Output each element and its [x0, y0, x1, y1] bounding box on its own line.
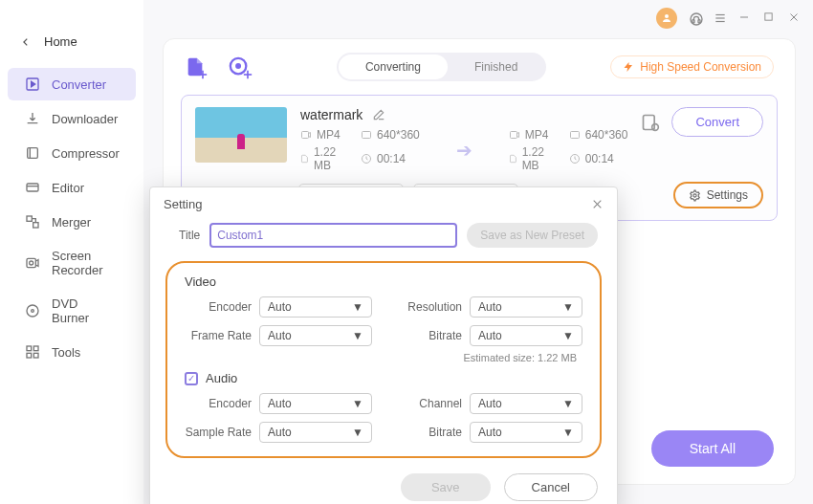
sidebar-item-label: Merger [52, 215, 91, 230]
sidebar-item-label: Tools [52, 345, 80, 360]
gear-icon [689, 189, 701, 202]
chevron-left-icon [21, 35, 31, 49]
sidebar-item-label: Screen Recorder [52, 249, 119, 277]
svg-rect-36 [510, 132, 516, 139]
output-format-button[interactable] [641, 113, 660, 132]
audio-samplerate-select[interactable]: Auto▼ [259, 422, 372, 443]
svg-rect-37 [570, 132, 579, 139]
svg-rect-25 [27, 353, 32, 358]
task-title: watermark [300, 107, 363, 122]
sidebar-item-label: Converter [52, 77, 106, 92]
video-resolution-select[interactable]: Auto▼ [470, 296, 582, 318]
svg-point-30 [236, 64, 240, 68]
video-icon [300, 129, 312, 141]
svg-point-20 [30, 261, 33, 265]
settings-modal: Setting Title Save as New Preset Video E… [149, 186, 618, 504]
add-file-button[interactable] [185, 56, 206, 77]
dvd-icon [25, 303, 40, 318]
resolution-icon [361, 129, 372, 141]
sidebar-item-editor[interactable]: Editor [8, 171, 136, 204]
sidebar-item-label: Downloader [52, 112, 118, 126]
close-button[interactable] [788, 11, 802, 25]
audio-enable-checkbox[interactable]: ✓ [185, 372, 198, 385]
sidebar-item-converter[interactable]: Converter [8, 68, 136, 100]
svg-rect-26 [33, 353, 38, 358]
sidebar-item-tools[interactable]: Tools [8, 336, 136, 368]
modal-close-button[interactable] [591, 198, 604, 210]
sidebar-item-label: Editor [52, 181, 84, 195]
target-specs: MP4 640*360 1.22 MB 00:14 [509, 128, 628, 172]
sidebar-item-downloader[interactable]: Downloader [8, 102, 136, 135]
source-specs: MP4 640*360 1.22 MB 00:14 [300, 128, 420, 172]
modal-title: Setting [164, 197, 202, 211]
video-section-title: Video [185, 274, 582, 289]
sidebar-item-label: Compressor [52, 146, 120, 161]
svg-point-0 [665, 14, 669, 18]
high-speed-badge[interactable]: High Speed Conversion [610, 55, 774, 78]
minimize-button[interactable] [738, 11, 752, 25]
svg-rect-13 [28, 148, 38, 159]
recorder-icon [25, 255, 40, 271]
svg-rect-2 [692, 20, 694, 23]
svg-rect-18 [33, 223, 38, 228]
svg-rect-3 [698, 20, 700, 23]
svg-marker-12 [32, 81, 35, 86]
svg-rect-8 [765, 13, 772, 20]
svg-rect-19 [27, 258, 35, 267]
tab-finished[interactable]: Finished [448, 55, 544, 79]
sidebar-item-compressor[interactable]: Compressor [8, 137, 136, 169]
audio-encoder-select[interactable]: Auto▼ [259, 393, 372, 414]
home-link[interactable]: Home [0, 27, 143, 66]
status-tabs: Converting Finished [337, 53, 546, 81]
lightning-icon [623, 61, 634, 73]
video-encoder-select[interactable]: Auto▼ [259, 296, 372, 318]
modal-save-button[interactable]: Save [401, 473, 491, 501]
arrow-icon: ➔ [456, 139, 472, 162]
svg-rect-24 [33, 346, 38, 351]
add-disc-button[interactable] [229, 56, 250, 77]
merger-icon [25, 214, 40, 230]
sidebar-item-screen-recorder[interactable]: Screen Recorder [8, 240, 136, 286]
svg-rect-34 [363, 132, 371, 139]
maximize-button[interactable] [763, 11, 777, 25]
menu-icon[interactable] [714, 11, 727, 25]
clock-icon [361, 153, 372, 164]
audio-channel-select[interactable]: Auto▼ [470, 393, 582, 414]
converter-icon [25, 77, 40, 92]
sidebar-item-dvd-burner[interactable]: DVD Burner [8, 288, 136, 334]
settings-button[interactable]: Settings [673, 182, 763, 208]
compressor-icon [25, 145, 40, 161]
high-speed-label: High Speed Conversion [640, 60, 761, 74]
svg-point-48 [693, 193, 696, 196]
estimated-size: Estimated size: 1.22 MB [395, 352, 582, 363]
preset-title-input[interactable] [209, 223, 457, 248]
support-icon[interactable] [689, 11, 702, 25]
downloader-icon [25, 111, 40, 126]
editor-icon [25, 180, 40, 195]
sidebar-item-label: DVD Burner [52, 296, 119, 325]
file-icon [300, 153, 309, 164]
edit-title-icon[interactable] [372, 108, 385, 121]
svg-rect-33 [302, 132, 309, 139]
title-label: Title [179, 229, 200, 242]
svg-rect-17 [27, 216, 32, 221]
svg-rect-15 [27, 184, 38, 191]
modal-cancel-button[interactable]: Cancel [504, 473, 598, 501]
sidebar-item-merger[interactable]: Merger [8, 206, 136, 238]
tab-converting[interactable]: Converting [339, 55, 448, 79]
svg-rect-23 [27, 346, 32, 351]
audio-bitrate-select[interactable]: Auto▼ [470, 422, 582, 443]
task-thumbnail[interactable] [195, 107, 287, 163]
convert-button[interactable]: Convert [671, 107, 763, 137]
home-label: Home [44, 34, 77, 49]
user-avatar[interactable] [656, 8, 677, 29]
save-preset-button[interactable]: Save as New Preset [467, 223, 598, 248]
svg-point-22 [32, 310, 34, 313]
video-bitrate-select[interactable]: Auto▼ [470, 325, 582, 346]
start-all-button[interactable]: Start All [651, 430, 774, 467]
video-framerate-select[interactable]: Auto▼ [259, 325, 372, 346]
tools-icon [25, 344, 40, 360]
svg-point-21 [27, 305, 38, 317]
